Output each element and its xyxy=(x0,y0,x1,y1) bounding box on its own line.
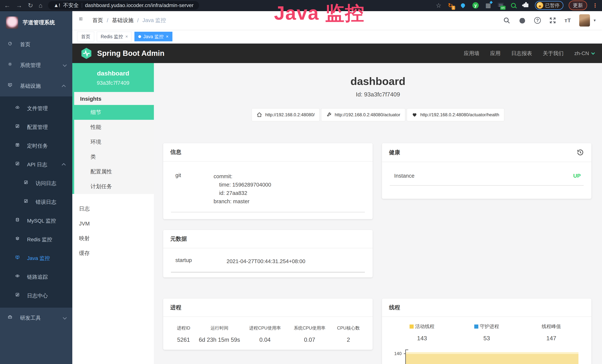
sidebar-item-dev-tools[interactable]: 研发工具 xyxy=(0,308,72,328)
service-url-button[interactable]: http://192.168.0.2:48080/ xyxy=(252,108,320,121)
sba-nav-applications[interactable]: 应用 xyxy=(490,50,501,57)
sba-nav-wallboard[interactable]: 应用墙 xyxy=(464,50,479,57)
menu-item-jvm[interactable]: JVM xyxy=(72,216,154,231)
help-icon[interactable]: ? xyxy=(534,17,541,24)
sba-nav: 应用墙 应用 日志报表 关于我们 zh-CN xyxy=(464,50,594,57)
sidebar-item-log-center[interactable]: 日志中心 xyxy=(0,286,72,305)
edit-icon xyxy=(15,292,22,299)
text-size-icon[interactable]: тT xyxy=(565,17,571,23)
instance-links: http://192.168.0.2:48080/ http://192.168… xyxy=(154,108,602,121)
timer-icon xyxy=(15,143,22,149)
sidebar-item-redis-monitor[interactable]: Redis 监控 xyxy=(0,230,72,249)
pin-extension-icon[interactable] xyxy=(459,2,467,9)
history-icon[interactable] xyxy=(576,148,584,157)
avatar-caret-icon[interactable]: ▾ xyxy=(594,18,596,23)
breadcrumb: 首页 / 基础设施 / Java 监控 xyxy=(92,17,166,24)
menu-item-config-properties[interactable]: 配置属性 xyxy=(72,164,154,179)
menu-item-scheduled-tasks[interactable]: 计划任务 xyxy=(72,179,154,194)
breadcrumb-infrastructure[interactable]: 基础设施 xyxy=(112,17,133,24)
workspace: 首页 / 基础设施 / Java 监控 ? тT ▾ 首页 Redis 监控 ×… xyxy=(72,11,602,364)
page-title: dashboard xyxy=(154,75,602,87)
instance-header[interactable]: dashboard 93a3fc7f7409 xyxy=(72,63,154,92)
menu-item-mappings[interactable]: 映射 xyxy=(72,231,154,246)
header-actions: ? тT ▾ xyxy=(503,14,596,27)
cards-grid: 信息 git commit: time: 1596289704000 id: 2… xyxy=(154,143,602,364)
menu-item-logs[interactable]: 日志 xyxy=(72,201,154,216)
chevron-down-icon xyxy=(63,63,67,67)
url-text: dashboard.yudao.iocoder.cn/infra/admin-s… xyxy=(85,2,194,8)
sidebar-item-error-logs[interactable]: 错误日志 xyxy=(0,193,72,211)
github-icon[interactable] xyxy=(519,17,526,24)
sidebar-item-home[interactable]: 首页 xyxy=(0,34,72,55)
sba-body: dashboard 93a3fc7f7409 Insights 细节 性能 环境… xyxy=(72,63,602,364)
address-divider xyxy=(82,3,82,8)
logo-image xyxy=(6,17,18,29)
chevron-up-icon xyxy=(62,85,66,88)
search-icon[interactable] xyxy=(503,17,510,24)
instance-id: 93a3fc7f7409 xyxy=(75,80,151,86)
sidebar-item-scheduled-jobs[interactable]: 定时任务 xyxy=(0,137,72,155)
menu-item-performance[interactable]: 性能 xyxy=(72,120,154,135)
tags-bar: 首页 Redis 监控 × Java 监控 × xyxy=(72,30,602,43)
extensions-puzzle-icon[interactable] xyxy=(522,2,530,9)
table-row: git commit: time: 1596289704000 id: 27aa… xyxy=(171,167,365,212)
sidebar-item-system[interactable]: 系统管理 xyxy=(0,55,72,76)
sba-brand-title[interactable]: Spring Boot Admin xyxy=(97,49,164,57)
hamburger-icon[interactable] xyxy=(79,17,86,24)
browser-menu-icon[interactable]: ⋮ xyxy=(592,2,598,9)
switch-extension-icon[interactable]: on xyxy=(497,2,505,9)
edit-icon xyxy=(15,124,22,130)
address-bar[interactable]: ▲! 不安全 dashboard.yudao.iocoder.cn/infra/… xyxy=(48,1,199,10)
chevron-up-icon xyxy=(62,163,66,167)
home-nav-icon[interactable]: ⌂ xyxy=(39,2,43,9)
grid-extension-icon[interactable]: ▦ xyxy=(484,2,492,9)
app-title: 芋道管理系统 xyxy=(23,19,55,26)
bookmark-star-icon[interactable]: ☆ xyxy=(436,2,441,9)
sba-nav-about[interactable]: 关于我们 xyxy=(543,50,564,57)
sidebar-item-api-logs[interactable]: API 日志 xyxy=(0,155,72,174)
reload-icon[interactable]: ↻ xyxy=(28,2,33,9)
back-icon[interactable]: ← xyxy=(4,2,10,9)
menu-item-environment[interactable]: 环境 xyxy=(72,135,154,150)
health-card: 健康 Instance UP xyxy=(382,143,591,199)
gauge-icon xyxy=(8,41,14,48)
tag-home[interactable]: 首页 xyxy=(77,32,94,41)
forward-icon[interactable]: → xyxy=(16,2,22,9)
table-row: startup 2021-04-27T00:44:31.254+08:00 xyxy=(171,252,365,273)
health-url-button[interactable]: http://192.168.0.2:48080/actuator/health xyxy=(407,108,504,121)
sba-nav-journal[interactable]: 日志报表 xyxy=(511,50,532,57)
menu-item-classes[interactable]: 类 xyxy=(72,150,154,164)
process-table: 进程ID 5261 运行时间 6d 23h 15m 59s 进程CPU使用率 0… xyxy=(171,321,365,350)
sba-language-select[interactable]: zh-CN xyxy=(574,50,594,56)
sidebar-item-tracing[interactable]: 链路追踪 xyxy=(0,268,72,286)
sidebar-item-infrastructure[interactable]: 基础设施 xyxy=(0,76,72,96)
home-icon xyxy=(257,112,262,118)
monitor-icon xyxy=(8,83,14,89)
sidebar-item-java-monitor[interactable]: Java 监控 xyxy=(0,249,72,268)
spring-boot-admin-logo-icon xyxy=(80,47,92,59)
avatar[interactable] xyxy=(579,14,590,27)
tag-java-monitor[interactable]: Java 监控 × xyxy=(134,32,172,41)
screenshot-annotation: Java 监控 xyxy=(274,0,365,26)
menu-item-details[interactable]: 细节 xyxy=(72,105,154,120)
close-icon[interactable]: × xyxy=(166,34,169,39)
browser-update-button[interactable]: 更新 xyxy=(569,0,587,10)
app-logo[interactable]: 芋道管理系统 xyxy=(0,11,72,34)
sidebar-item-config-management[interactable]: 配置管理 xyxy=(0,118,72,137)
y-extension-icon[interactable]: y xyxy=(472,2,479,9)
tag-redis-monitor[interactable]: Redis 监控 × xyxy=(97,32,132,41)
profile-paused-chip[interactable]: 已暂停 xyxy=(535,1,563,10)
sidebar-item-mysql-monitor[interactable]: MySQL 监控 xyxy=(0,211,72,230)
menu-item-caches[interactable]: 缓存 xyxy=(72,246,154,261)
sync-extension-icon[interactable]: ↻1 xyxy=(447,2,454,9)
close-icon[interactable]: × xyxy=(125,34,128,39)
wrench-icon xyxy=(326,112,332,118)
sidebar-item-access-logs[interactable]: 访问日志 xyxy=(0,174,72,193)
green-search-extension-icon[interactable] xyxy=(510,2,517,9)
security-label: 不安全 xyxy=(63,2,79,9)
fullscreen-icon[interactable] xyxy=(549,17,556,24)
sidebar-item-file-management[interactable]: 文件管理 xyxy=(0,99,72,118)
breadcrumb-home[interactable]: 首页 xyxy=(92,17,103,24)
actuator-url-button[interactable]: http://192.168.0.2:48080/actuator xyxy=(321,108,405,121)
status-badge: UP xyxy=(573,173,584,179)
